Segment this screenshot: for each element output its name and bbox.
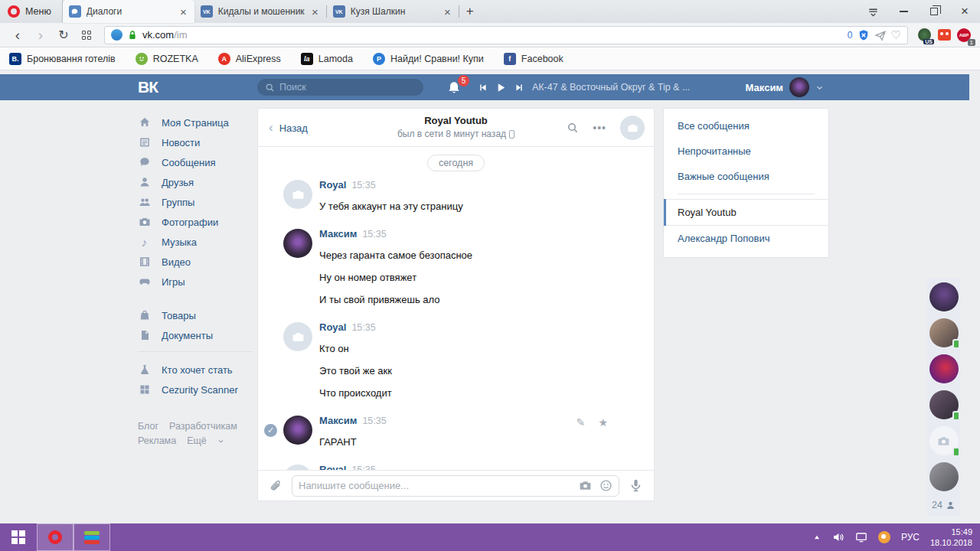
dialog-alexandr-popovich[interactable]: Александр Попович	[664, 226, 828, 251]
message-author[interactable]: Royal	[319, 321, 346, 333]
filter-important[interactable]: Важные сообщения	[664, 164, 828, 189]
url-field[interactable]: vk.com/im 0 ♡	[104, 26, 908, 44]
tab-close-icon[interactable]: ×	[443, 5, 452, 18]
shield-icon[interactable]	[858, 29, 870, 41]
language-indicator[interactable]: РУС	[901, 532, 920, 543]
sidebar-item-app-kto[interactable]: Кто хочет стать	[138, 360, 253, 380]
sidebar-item-friends[interactable]: Друзья	[138, 172, 253, 192]
close-button[interactable]: ×	[949, 0, 980, 23]
notifications-bell[interactable]: 5	[444, 78, 464, 98]
my-flow-icon[interactable]	[874, 29, 887, 41]
url-text[interactable]: vk.com/im	[142, 29, 843, 41]
chat-menu-icon[interactable]: •••	[593, 122, 606, 134]
forward-icon[interactable]: ›	[29, 25, 52, 45]
tab-close-icon[interactable]: ×	[310, 5, 320, 18]
sidebar-item-photos[interactable]: Фотографии	[138, 212, 253, 232]
friends-online-count[interactable]: 24	[932, 500, 956, 510]
tab-close-icon[interactable]: ×	[178, 5, 188, 18]
message[interactable]: Royal15:35 Кто он Это твой же акк Что пр…	[270, 321, 642, 399]
message[interactable]: Royal15:35 У тебя аккаунт на эту страниц…	[270, 179, 642, 213]
vpn-icon[interactable]	[111, 29, 122, 41]
message-input-box[interactable]	[292, 475, 619, 497]
friend-avatar[interactable]	[929, 462, 959, 491]
message-author[interactable]: Максим	[319, 228, 357, 240]
chat-search-icon[interactable]	[567, 122, 579, 134]
bookmark-facebook[interactable]: f Facebook	[504, 53, 564, 65]
play-icon[interactable]	[495, 82, 507, 93]
bookmark-booking[interactable]: B. Бронювання готелів	[9, 53, 116, 65]
sidebar-item-market[interactable]: Товары	[138, 305, 253, 325]
sidebar-item-music[interactable]: ♪Музыка	[138, 232, 253, 252]
message-author[interactable]: Royal	[319, 464, 346, 470]
message-author[interactable]: Максим	[319, 415, 357, 426]
edit-pencil-icon[interactable]: ✎	[577, 416, 586, 429]
chat-avatar[interactable]	[620, 116, 645, 140]
vk-search-input[interactable]	[279, 82, 402, 93]
sidebar-item-messages[interactable]: Сообщения1	[138, 152, 253, 172]
minimize-button[interactable]	[888, 0, 919, 23]
previous-track-icon[interactable]	[478, 83, 488, 93]
selected-check-icon[interactable]: ✓	[264, 424, 277, 437]
message-input[interactable]	[299, 480, 573, 491]
footer-link-ads[interactable]: Реклама	[138, 435, 176, 446]
sidebar-item-groups[interactable]: Группы	[138, 192, 253, 212]
next-track-icon[interactable]	[514, 83, 524, 93]
back-icon[interactable]: ‹	[6, 25, 29, 45]
volume-icon[interactable]	[832, 531, 844, 543]
speed-dial-icon[interactable]	[75, 25, 98, 45]
bookmark-rozetka[interactable]: ROZETKA	[136, 53, 198, 65]
sidebar-item-news[interactable]: Новости	[138, 132, 253, 152]
tray-expand-icon[interactable]	[812, 533, 822, 542]
restore-button[interactable]	[919, 0, 949, 23]
profile-menu[interactable]: Максим	[746, 74, 824, 100]
friend-avatar[interactable]	[929, 282, 959, 311]
track-title[interactable]: АК-47 & Восточный Округ & Tip & ...	[532, 82, 690, 93]
adblock-extension-icon[interactable]: ABP 1	[954, 25, 974, 45]
bookmark-heart-icon[interactable]: ♡	[891, 28, 901, 42]
sidebar-item-documents[interactable]: Документы	[138, 325, 253, 345]
message[interactable]: Максим15:35 Через гаранта самое безопасн…	[270, 228, 642, 306]
reload-icon[interactable]: ↻	[52, 25, 75, 45]
emoji-smile-icon[interactable]	[599, 479, 612, 492]
message-selected[interactable]: ✓ Максим15:35 ГАРАНТ ✎★	[270, 415, 642, 448]
footer-link-more[interactable]: Ещё	[187, 435, 207, 446]
avatar[interactable]	[283, 322, 312, 351]
new-tab-button[interactable]: +	[459, 0, 481, 23]
attach-paperclip-icon[interactable]	[269, 479, 283, 493]
dialog-royal-youtub[interactable]: Royal Youtub	[664, 199, 828, 226]
friend-avatar[interactable]	[929, 354, 959, 383]
photo-camera-icon[interactable]	[579, 479, 592, 492]
avatar[interactable]	[283, 465, 312, 470]
sidebar-item-games[interactable]: Игры1	[138, 272, 253, 292]
message-author[interactable]: Royal	[319, 179, 346, 191]
sidebar-item-cezurity[interactable]: Cezurity Scanner	[138, 380, 253, 399]
tab-menu-icon[interactable]	[858, 0, 888, 23]
tab-kuzya[interactable]: VK Кузя Шалкин ×	[327, 0, 459, 23]
voice-message-mic-icon[interactable]	[629, 478, 643, 493]
footer-link-developers[interactable]: Разработчикам	[169, 421, 237, 432]
tab-dialogs[interactable]: Диалоги ×	[63, 0, 194, 23]
avatar[interactable]	[283, 229, 312, 258]
clock[interactable]: 15:49 18.10.2018	[930, 527, 972, 548]
sidebar-item-videos[interactable]: Видео	[138, 252, 253, 272]
bookmark-lamoda[interactable]: la Lamoda	[301, 53, 353, 65]
sidebar-item-my-page[interactable]: Моя Страница	[138, 112, 253, 132]
start-button[interactable]	[0, 523, 37, 551]
taskbar-opera-button[interactable]	[37, 523, 74, 551]
tray-app-icon[interactable]	[878, 531, 890, 543]
bookmark-aliexpress[interactable]: A AliExpress	[218, 53, 281, 65]
friend-avatar[interactable]	[929, 390, 959, 419]
friend-avatar-placeholder[interactable]	[929, 426, 959, 455]
translate-extension-icon[interactable]: US	[914, 25, 934, 45]
proxy-extension-icon[interactable]	[934, 25, 954, 45]
filter-all-messages[interactable]: Все сообщения	[664, 113, 828, 139]
avatar[interactable]	[283, 416, 312, 445]
avatar[interactable]	[283, 180, 312, 209]
filter-unread[interactable]: Непрочитанные	[664, 139, 828, 164]
friend-avatar[interactable]	[929, 318, 959, 347]
vk-search-box[interactable]	[257, 79, 423, 96]
tab-kidaly[interactable]: VK Кидалы и мошенники в В ×	[194, 0, 326, 23]
footer-link-blog[interactable]: Блог	[138, 421, 158, 432]
bookmark-price[interactable]: P Найди! Сравни! Купи	[373, 53, 484, 65]
message[interactable]: Royal15:35 Макс ты чего	[270, 464, 642, 470]
